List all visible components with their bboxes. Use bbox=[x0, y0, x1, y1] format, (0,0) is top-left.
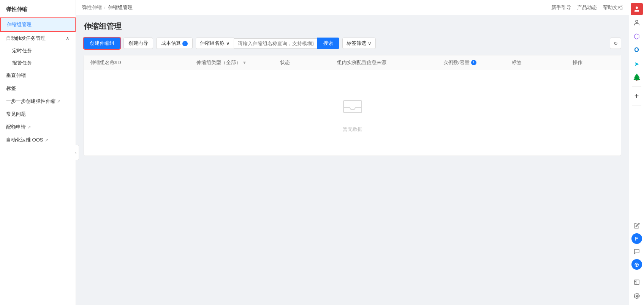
create-scaling-group-button[interactable]: 创建伸缩组 bbox=[84, 38, 120, 49]
sidebar-item-faq[interactable]: 常见问题 bbox=[0, 108, 76, 121]
product-updates-link[interactable]: 产品动态 bbox=[577, 4, 597, 11]
help-docs-link[interactable]: 帮助文档 bbox=[603, 4, 623, 11]
column-header-type[interactable]: 伸缩组类型（全部） ▼ bbox=[196, 59, 280, 66]
chat-icon[interactable] bbox=[631, 245, 643, 258]
breadcrumb: 弹性伸缩 / 伸缩组管理 bbox=[82, 4, 133, 11]
column-header-tags: 标签 bbox=[512, 59, 573, 66]
divider-2 bbox=[632, 105, 641, 105]
sidebar-title: 弹性伸缩 bbox=[0, 0, 76, 17]
sidebar-item-tags[interactable]: 标签 bbox=[0, 82, 76, 95]
page-title: 伸缩组管理 bbox=[84, 21, 621, 31]
outlook-icon[interactable]: O bbox=[631, 44, 643, 56]
breadcrumb-separator: / bbox=[104, 5, 106, 10]
chevron-up-icon: ∧ bbox=[66, 36, 70, 41]
column-header-config-source: 组内实例配置信息来源 bbox=[337, 59, 443, 66]
tag-filter-chevron-icon: ∨ bbox=[368, 41, 372, 46]
profile-red-icon[interactable] bbox=[631, 3, 643, 15]
topbar-actions: 新手引导 产品动态 帮助文档 bbox=[551, 4, 623, 11]
pencil-icon[interactable] bbox=[631, 220, 643, 232]
main-content: 弹性伸缩 / 伸缩组管理 新手引导 产品动态 帮助文档 伸缩组管理 创建伸缩组 … bbox=[76, 0, 629, 305]
add-plus-icon[interactable]: + bbox=[631, 90, 643, 102]
sidebar-item-auto-ops[interactable]: 自动化运维 OOS ↗ bbox=[0, 134, 76, 146]
sidebar: 弹性伸缩 伸缩组管理 自动触发任务管理 ∧ 定时任务 报警任务 垂直伸缩 标签 … bbox=[0, 0, 76, 305]
sidebar-collapse-button[interactable]: ‹ bbox=[73, 145, 79, 160]
new-user-guide-link[interactable]: 新手引导 bbox=[551, 4, 571, 11]
send-icon[interactable]: ➤ bbox=[631, 58, 643, 70]
sidebar-item-alarm-task[interactable]: 报警任务 bbox=[0, 57, 76, 69]
empty-text: 暂无数据 bbox=[343, 126, 362, 133]
share-icon[interactable]: ⊕ bbox=[631, 259, 642, 270]
breadcrumb-current: 伸缩组管理 bbox=[108, 4, 133, 11]
search-group: 伸缩组名称 ∨ 搜索 bbox=[196, 38, 339, 49]
topbar: 弹性伸缩 / 伸缩组管理 新手引导 产品动态 帮助文档 bbox=[76, 0, 629, 15]
svg-rect-1 bbox=[635, 280, 639, 285]
expand-icon[interactable] bbox=[631, 276, 643, 288]
sidebar-item-step-create[interactable]: 一步一步创建弹性伸缩 ↗ bbox=[0, 95, 76, 108]
search-input[interactable] bbox=[234, 38, 317, 49]
external-link-icon-2: ↗ bbox=[27, 125, 31, 130]
instance-count-info-icon[interactable]: ! bbox=[471, 60, 476, 65]
column-header-status: 状态 bbox=[280, 59, 337, 66]
search-button[interactable]: 搜索 bbox=[317, 38, 339, 49]
refresh-button[interactable]: ↻ bbox=[610, 38, 621, 49]
sidebar-item-scaling-group[interactable]: 伸缩组管理 bbox=[0, 17, 76, 32]
empty-state: 暂无数据 bbox=[84, 70, 621, 156]
table-header: 伸缩组名称/ID 伸缩组类型（全部） ▼ 状态 组内实例配置信息来源 实例数/容… bbox=[84, 55, 621, 70]
search-field-select[interactable]: 伸缩组名称 ∨ bbox=[196, 38, 234, 49]
create-wizard-button[interactable]: 创建向导 bbox=[123, 38, 153, 49]
divider-1 bbox=[632, 86, 641, 87]
column-header-name: 伸缩组名称/ID bbox=[90, 59, 196, 66]
empty-inbox-icon bbox=[340, 93, 365, 121]
refresh-icon: ↻ bbox=[614, 41, 618, 46]
filter-icon: ▼ bbox=[242, 60, 247, 65]
tree-icon[interactable]: 🌲 bbox=[631, 71, 643, 83]
settings-icon[interactable] bbox=[631, 290, 643, 302]
sidebar-item-scheduled-task[interactable]: 定时任务 bbox=[0, 45, 76, 57]
f-button[interactable]: F bbox=[631, 233, 642, 244]
tag-filter-button[interactable]: 标签筛选 ∨ bbox=[342, 38, 376, 49]
sidebar-item-quota-apply[interactable]: 配额申请 ↗ bbox=[0, 121, 76, 134]
column-header-instance-count: 实例数/容量 ! bbox=[443, 59, 512, 66]
sidebar-item-auto-trigger[interactable]: 自动触发任务管理 ∧ bbox=[0, 32, 76, 45]
right-sidebar: ⬡ O ➤ 🌲 + F ⊕ bbox=[629, 0, 644, 305]
cost-estimate-button[interactable]: 成本估算 ! bbox=[156, 38, 193, 49]
user-icon[interactable] bbox=[631, 17, 643, 29]
sidebar-item-vertical-scaling[interactable]: 垂直伸缩 bbox=[0, 69, 76, 82]
svg-rect-0 bbox=[343, 101, 362, 113]
page-content: 伸缩组管理 创建伸缩组 创建向导 成本估算 ! 伸缩组名称 ∨ 搜索 标签筛选 … bbox=[76, 15, 629, 305]
external-link-icon: ↗ bbox=[57, 99, 60, 104]
dropdown-chevron-icon: ∨ bbox=[226, 41, 230, 46]
data-table: 伸缩组名称/ID 伸缩组类型（全部） ▼ 状态 组内实例配置信息来源 实例数/容… bbox=[84, 55, 621, 156]
breadcrumb-parent[interactable]: 弹性伸缩 bbox=[82, 4, 102, 11]
divider-3 bbox=[632, 273, 641, 273]
svg-point-2 bbox=[636, 295, 638, 297]
toolbar: 创建伸缩组 创建向导 成本估算 ! 伸缩组名称 ∨ 搜索 标签筛选 ∨ ↻ bbox=[84, 38, 621, 49]
cost-info-icon[interactable]: ! bbox=[182, 41, 188, 46]
apps-icon[interactable]: ⬡ bbox=[631, 30, 643, 42]
external-link-icon-3: ↗ bbox=[45, 138, 48, 143]
column-header-actions: 操作 bbox=[573, 59, 615, 66]
